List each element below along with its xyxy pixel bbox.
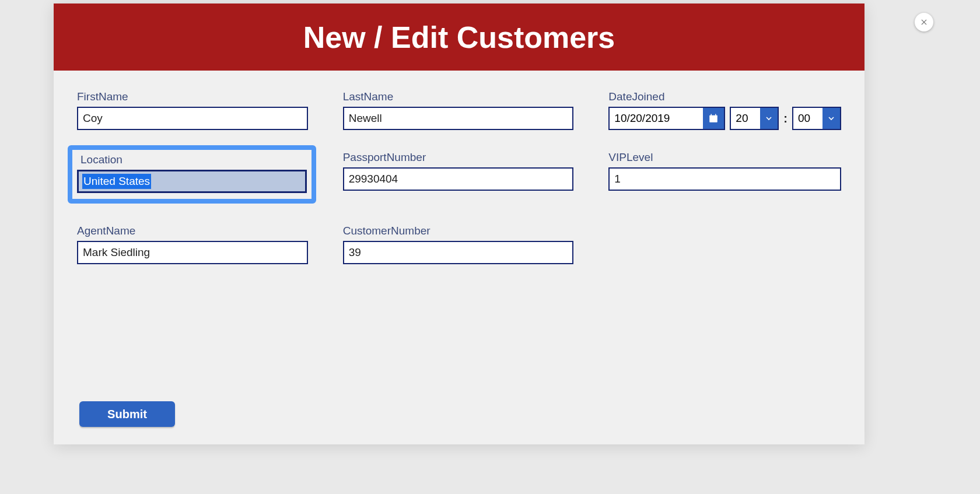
close-icon — [920, 18, 928, 26]
vip-level-input[interactable] — [608, 167, 841, 191]
field-location: Location United States — [77, 151, 308, 204]
empty-cell — [608, 225, 841, 225]
chevron-down-icon[interactable] — [760, 108, 778, 129]
first-name-input[interactable] — [77, 107, 308, 130]
field-first-name: FirstName — [77, 90, 308, 130]
location-input-selection: United States — [82, 174, 151, 189]
label-vip-level: VIPLevel — [608, 151, 841, 164]
date-joined-date-text: 10/20/2019 — [610, 108, 703, 129]
form-grid: FirstName LastName DateJoined 10/20/2019 — [77, 90, 841, 264]
page-title: New / Edit Customers — [303, 20, 615, 55]
date-joined-row: 10/20/2019 20 : 00 — [608, 107, 841, 130]
form-area: FirstName LastName DateJoined 10/20/2019 — [54, 71, 864, 444]
customer-form-panel: New / Edit Customers FirstName LastName … — [54, 3, 864, 444]
date-joined-hour-select[interactable]: 20 — [730, 107, 779, 130]
svg-rect-1 — [710, 115, 718, 118]
submit-button[interactable]: Submit — [79, 401, 175, 427]
label-passport-number: PassportNumber — [343, 151, 574, 164]
time-separator: : — [783, 112, 788, 125]
field-agent-name: AgentName — [77, 225, 308, 264]
field-passport-number: PassportNumber — [343, 151, 574, 191]
last-name-input[interactable] — [343, 107, 574, 130]
label-last-name: LastName — [343, 90, 574, 103]
field-customer-number: CustomerNumber — [343, 225, 574, 264]
field-vip-level: VIPLevel — [608, 151, 841, 191]
banner: New / Edit Customers — [54, 3, 864, 71]
date-joined-minute-select[interactable]: 00 — [792, 107, 841, 130]
passport-number-input[interactable] — [343, 167, 574, 191]
date-joined-hour-text: 20 — [731, 108, 760, 129]
location-highlight: Location United States — [68, 145, 316, 204]
label-location: Location — [80, 153, 307, 166]
label-first-name: FirstName — [77, 90, 308, 103]
customer-number-input[interactable] — [343, 241, 574, 264]
date-joined-minute-text: 00 — [793, 108, 822, 129]
calendar-icon[interactable] — [703, 108, 724, 129]
label-customer-number: CustomerNumber — [343, 225, 574, 237]
field-last-name: LastName — [343, 90, 574, 130]
field-date-joined: DateJoined 10/20/2019 20 : — [608, 90, 841, 130]
location-input[interactable]: United States — [77, 170, 307, 193]
label-date-joined: DateJoined — [608, 90, 841, 103]
close-button[interactable] — [915, 13, 933, 31]
date-joined-date-input[interactable]: 10/20/2019 — [608, 107, 725, 130]
svg-rect-3 — [715, 114, 716, 117]
chevron-down-icon[interactable] — [822, 108, 840, 129]
svg-rect-2 — [711, 114, 712, 117]
label-agent-name: AgentName — [77, 225, 308, 237]
agent-name-input[interactable] — [77, 241, 308, 264]
